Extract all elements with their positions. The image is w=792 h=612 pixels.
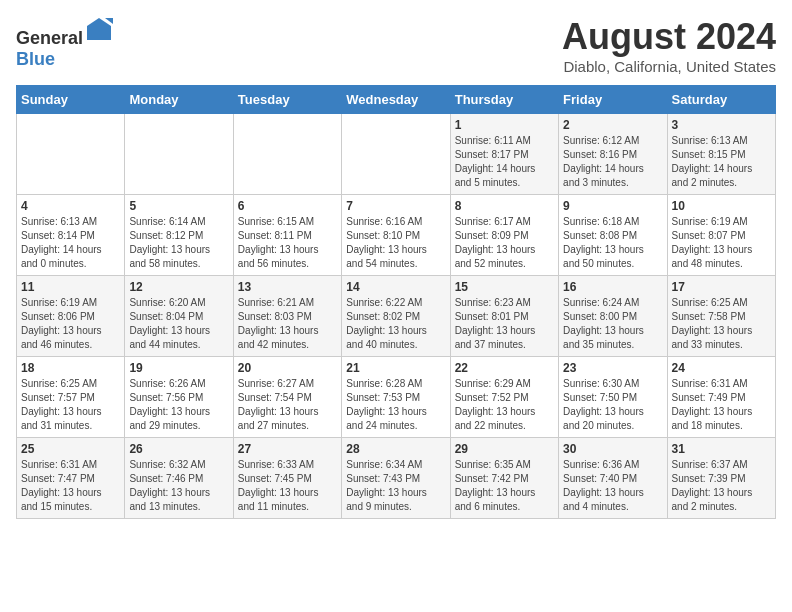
- col-thursday: Thursday: [450, 86, 558, 114]
- day-number: 25: [21, 442, 120, 456]
- calendar-cell: 12Sunrise: 6:20 AMSunset: 8:04 PMDayligh…: [125, 276, 233, 357]
- calendar-cell: 4Sunrise: 6:13 AMSunset: 8:14 PMDaylight…: [17, 195, 125, 276]
- day-number: 11: [21, 280, 120, 294]
- day-info: Sunrise: 6:15 AMSunset: 8:11 PMDaylight:…: [238, 216, 319, 269]
- calendar-cell: 2Sunrise: 6:12 AMSunset: 8:16 PMDaylight…: [559, 114, 667, 195]
- day-info: Sunrise: 6:36 AMSunset: 7:40 PMDaylight:…: [563, 459, 644, 512]
- day-number: 5: [129, 199, 228, 213]
- day-info: Sunrise: 6:19 AMSunset: 8:06 PMDaylight:…: [21, 297, 102, 350]
- day-info: Sunrise: 6:13 AMSunset: 8:14 PMDaylight:…: [21, 216, 102, 269]
- day-info: Sunrise: 6:29 AMSunset: 7:52 PMDaylight:…: [455, 378, 536, 431]
- day-info: Sunrise: 6:32 AMSunset: 7:46 PMDaylight:…: [129, 459, 210, 512]
- calendar-cell: 19Sunrise: 6:26 AMSunset: 7:56 PMDayligh…: [125, 357, 233, 438]
- day-number: 24: [672, 361, 771, 375]
- title-area: August 2024 Diablo, California, United S…: [562, 16, 776, 75]
- day-info: Sunrise: 6:21 AMSunset: 8:03 PMDaylight:…: [238, 297, 319, 350]
- col-wednesday: Wednesday: [342, 86, 450, 114]
- day-info: Sunrise: 6:20 AMSunset: 8:04 PMDaylight:…: [129, 297, 210, 350]
- day-info: Sunrise: 6:27 AMSunset: 7:54 PMDaylight:…: [238, 378, 319, 431]
- col-friday: Friday: [559, 86, 667, 114]
- calendar-header-row: Sunday Monday Tuesday Wednesday Thursday…: [17, 86, 776, 114]
- calendar-cell: 8Sunrise: 6:17 AMSunset: 8:09 PMDaylight…: [450, 195, 558, 276]
- calendar-cell: [125, 114, 233, 195]
- day-number: 20: [238, 361, 337, 375]
- calendar-cell: 18Sunrise: 6:25 AMSunset: 7:57 PMDayligh…: [17, 357, 125, 438]
- day-info: Sunrise: 6:24 AMSunset: 8:00 PMDaylight:…: [563, 297, 644, 350]
- day-info: Sunrise: 6:26 AMSunset: 7:56 PMDaylight:…: [129, 378, 210, 431]
- day-number: 19: [129, 361, 228, 375]
- day-number: 22: [455, 361, 554, 375]
- col-tuesday: Tuesday: [233, 86, 341, 114]
- calendar-cell: 1Sunrise: 6:11 AMSunset: 8:17 PMDaylight…: [450, 114, 558, 195]
- col-sunday: Sunday: [17, 86, 125, 114]
- page-title: August 2024: [562, 16, 776, 58]
- calendar-week-row: 4Sunrise: 6:13 AMSunset: 8:14 PMDaylight…: [17, 195, 776, 276]
- calendar-cell: [342, 114, 450, 195]
- day-number: 31: [672, 442, 771, 456]
- day-info: Sunrise: 6:33 AMSunset: 7:45 PMDaylight:…: [238, 459, 319, 512]
- day-number: 21: [346, 361, 445, 375]
- calendar-cell: 16Sunrise: 6:24 AMSunset: 8:00 PMDayligh…: [559, 276, 667, 357]
- calendar-cell: 30Sunrise: 6:36 AMSunset: 7:40 PMDayligh…: [559, 438, 667, 519]
- calendar-cell: 5Sunrise: 6:14 AMSunset: 8:12 PMDaylight…: [125, 195, 233, 276]
- day-number: 8: [455, 199, 554, 213]
- day-info: Sunrise: 6:28 AMSunset: 7:53 PMDaylight:…: [346, 378, 427, 431]
- calendar-cell: 15Sunrise: 6:23 AMSunset: 8:01 PMDayligh…: [450, 276, 558, 357]
- calendar-cell: 29Sunrise: 6:35 AMSunset: 7:42 PMDayligh…: [450, 438, 558, 519]
- day-number: 16: [563, 280, 662, 294]
- day-number: 26: [129, 442, 228, 456]
- calendar-cell: 27Sunrise: 6:33 AMSunset: 7:45 PMDayligh…: [233, 438, 341, 519]
- calendar-week-row: 1Sunrise: 6:11 AMSunset: 8:17 PMDaylight…: [17, 114, 776, 195]
- calendar-week-row: 18Sunrise: 6:25 AMSunset: 7:57 PMDayligh…: [17, 357, 776, 438]
- day-info: Sunrise: 6:18 AMSunset: 8:08 PMDaylight:…: [563, 216, 644, 269]
- calendar-cell: [233, 114, 341, 195]
- day-number: 3: [672, 118, 771, 132]
- calendar-cell: 11Sunrise: 6:19 AMSunset: 8:06 PMDayligh…: [17, 276, 125, 357]
- day-number: 6: [238, 199, 337, 213]
- logo-icon: [85, 16, 113, 44]
- day-info: Sunrise: 6:25 AMSunset: 7:57 PMDaylight:…: [21, 378, 102, 431]
- calendar-cell: 10Sunrise: 6:19 AMSunset: 8:07 PMDayligh…: [667, 195, 775, 276]
- day-info: Sunrise: 6:30 AMSunset: 7:50 PMDaylight:…: [563, 378, 644, 431]
- calendar-cell: 24Sunrise: 6:31 AMSunset: 7:49 PMDayligh…: [667, 357, 775, 438]
- day-info: Sunrise: 6:23 AMSunset: 8:01 PMDaylight:…: [455, 297, 536, 350]
- calendar-cell: 23Sunrise: 6:30 AMSunset: 7:50 PMDayligh…: [559, 357, 667, 438]
- day-number: 17: [672, 280, 771, 294]
- day-number: 23: [563, 361, 662, 375]
- day-number: 18: [21, 361, 120, 375]
- day-info: Sunrise: 6:13 AMSunset: 8:15 PMDaylight:…: [672, 135, 753, 188]
- day-info: Sunrise: 6:19 AMSunset: 8:07 PMDaylight:…: [672, 216, 753, 269]
- day-info: Sunrise: 6:31 AMSunset: 7:47 PMDaylight:…: [21, 459, 102, 512]
- calendar-cell: 14Sunrise: 6:22 AMSunset: 8:02 PMDayligh…: [342, 276, 450, 357]
- calendar-cell: 6Sunrise: 6:15 AMSunset: 8:11 PMDaylight…: [233, 195, 341, 276]
- calendar-cell: 25Sunrise: 6:31 AMSunset: 7:47 PMDayligh…: [17, 438, 125, 519]
- day-info: Sunrise: 6:22 AMSunset: 8:02 PMDaylight:…: [346, 297, 427, 350]
- svg-marker-0: [87, 18, 111, 40]
- calendar-cell: 21Sunrise: 6:28 AMSunset: 7:53 PMDayligh…: [342, 357, 450, 438]
- day-info: Sunrise: 6:12 AMSunset: 8:16 PMDaylight:…: [563, 135, 644, 188]
- day-info: Sunrise: 6:16 AMSunset: 8:10 PMDaylight:…: [346, 216, 427, 269]
- day-info: Sunrise: 6:31 AMSunset: 7:49 PMDaylight:…: [672, 378, 753, 431]
- logo-blue: Blue: [16, 49, 55, 69]
- col-monday: Monday: [125, 86, 233, 114]
- calendar-cell: 28Sunrise: 6:34 AMSunset: 7:43 PMDayligh…: [342, 438, 450, 519]
- calendar-cell: 3Sunrise: 6:13 AMSunset: 8:15 PMDaylight…: [667, 114, 775, 195]
- day-number: 13: [238, 280, 337, 294]
- day-number: 15: [455, 280, 554, 294]
- calendar-cell: 7Sunrise: 6:16 AMSunset: 8:10 PMDaylight…: [342, 195, 450, 276]
- calendar-cell: 17Sunrise: 6:25 AMSunset: 7:58 PMDayligh…: [667, 276, 775, 357]
- calendar-cell: 31Sunrise: 6:37 AMSunset: 7:39 PMDayligh…: [667, 438, 775, 519]
- logo-general: General: [16, 28, 83, 48]
- day-number: 7: [346, 199, 445, 213]
- day-number: 27: [238, 442, 337, 456]
- calendar-table: Sunday Monday Tuesday Wednesday Thursday…: [16, 85, 776, 519]
- day-number: 29: [455, 442, 554, 456]
- calendar-cell: 26Sunrise: 6:32 AMSunset: 7:46 PMDayligh…: [125, 438, 233, 519]
- calendar-cell: 22Sunrise: 6:29 AMSunset: 7:52 PMDayligh…: [450, 357, 558, 438]
- day-number: 10: [672, 199, 771, 213]
- day-info: Sunrise: 6:25 AMSunset: 7:58 PMDaylight:…: [672, 297, 753, 350]
- calendar-week-row: 25Sunrise: 6:31 AMSunset: 7:47 PMDayligh…: [17, 438, 776, 519]
- day-number: 14: [346, 280, 445, 294]
- day-number: 28: [346, 442, 445, 456]
- day-info: Sunrise: 6:35 AMSunset: 7:42 PMDaylight:…: [455, 459, 536, 512]
